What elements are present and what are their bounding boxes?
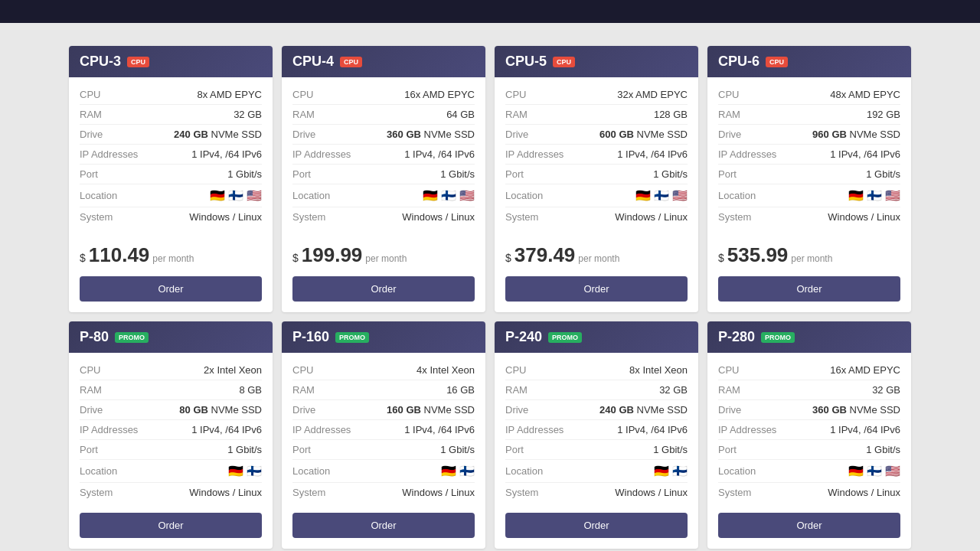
price-display: $ 379.49 per month bbox=[505, 243, 688, 267]
card-specs: CPU 48x AMD EPYC RAM 192 GB Drive 960 GB… bbox=[707, 77, 911, 234]
spec-location: Location 🇩🇪🇫🇮 bbox=[80, 460, 262, 483]
ram-label: RAM bbox=[80, 109, 149, 120]
ram-value: 32 GB bbox=[234, 109, 262, 120]
spec-system: System Windows / Linux bbox=[505, 207, 688, 227]
drive-label: Drive bbox=[80, 129, 149, 140]
spec-ram: RAM 32 GB bbox=[80, 105, 262, 125]
flag-icon: 🇺🇸 bbox=[672, 188, 688, 203]
price-dollar-sign: $ bbox=[718, 252, 724, 264]
location-flags: 🇩🇪🇫🇮 bbox=[228, 464, 262, 478]
spec-system: System Windows / Linux bbox=[80, 207, 262, 227]
cpu-label: CPU bbox=[80, 364, 149, 376]
card-badge: CPU bbox=[340, 57, 362, 67]
spec-system: System Windows / Linux bbox=[505, 483, 688, 502]
ip-value: 1 IPv4, /64 IPv6 bbox=[617, 148, 688, 160]
flag-icon: 🇺🇸 bbox=[885, 464, 900, 478]
order-button[interactable]: Order bbox=[80, 276, 262, 302]
order-button[interactable]: Order bbox=[292, 276, 475, 302]
cpu-value: 8x AMD EPYC bbox=[197, 89, 262, 100]
pricing-card-p160: P-160 PROMO CPU 4x Intel Xeon RAM 16 GB … bbox=[282, 321, 485, 549]
flag-icon: 🇫🇮 bbox=[441, 188, 456, 203]
ip-label: IP Addresses bbox=[718, 148, 787, 160]
port-value: 1 Gbit/s bbox=[227, 444, 262, 455]
order-button[interactable]: Order bbox=[505, 513, 688, 538]
system-value: Windows / Linux bbox=[615, 211, 688, 223]
drive-label: Drive bbox=[718, 129, 787, 140]
price-amount: 199.99 bbox=[302, 243, 363, 267]
ram-label: RAM bbox=[80, 384, 149, 396]
card-header: CPU-4 CPU bbox=[282, 46, 485, 77]
pricing-card-cpu5: CPU-5 CPU CPU 32x AMD EPYC RAM 128 GB Dr… bbox=[495, 46, 698, 312]
spec-drive: Drive 240 GB NVMe SSD bbox=[80, 125, 262, 145]
port-value: 1 Gbit/s bbox=[653, 168, 688, 180]
ip-label: IP Addresses bbox=[505, 148, 574, 160]
port-label: Port bbox=[80, 444, 149, 455]
system-value: Windows / Linux bbox=[828, 211, 900, 223]
flag-icon: 🇺🇸 bbox=[459, 188, 475, 203]
order-button[interactable]: Order bbox=[718, 276, 900, 302]
card-title: CPU-3 bbox=[80, 54, 121, 70]
flag-icon: 🇫🇮 bbox=[672, 464, 688, 478]
port-value: 1 Gbit/s bbox=[653, 444, 688, 455]
location-flags: 🇩🇪🇫🇮🇺🇸 bbox=[210, 188, 262, 203]
ram-value: 192 GB bbox=[867, 109, 900, 120]
spec-ip: IP Addresses 1 IPv4, /64 IPv6 bbox=[292, 145, 475, 165]
order-button[interactable]: Order bbox=[505, 276, 688, 302]
drive-label: Drive bbox=[718, 404, 787, 416]
price-display: $ 199.99 per month bbox=[292, 243, 475, 267]
ip-value: 1 IPv4, /64 IPv6 bbox=[617, 424, 688, 435]
spec-cpu: CPU 16x AMD EPYC bbox=[718, 360, 900, 380]
order-button[interactable]: Order bbox=[80, 513, 262, 538]
port-label: Port bbox=[292, 444, 361, 455]
spec-port: Port 1 Gbit/s bbox=[718, 440, 900, 460]
drive-label: Drive bbox=[292, 129, 361, 140]
spec-ip: IP Addresses 1 IPv4, /64 IPv6 bbox=[80, 145, 262, 165]
cpu-label: CPU bbox=[292, 89, 361, 100]
cpu-label: CPU bbox=[718, 89, 787, 100]
ram-value: 128 GB bbox=[654, 109, 688, 120]
price-section: $ 535.99 per month bbox=[707, 234, 911, 273]
flag-icon: 🇩🇪 bbox=[210, 188, 225, 203]
ip-label: IP Addresses bbox=[505, 424, 574, 435]
spec-ram: RAM 32 GB bbox=[718, 380, 900, 400]
flag-icon: 🇩🇪 bbox=[848, 188, 864, 203]
port-label: Port bbox=[292, 168, 361, 180]
spec-drive: Drive 360 GB NVMe SSD bbox=[718, 400, 900, 420]
spec-ip: IP Addresses 1 IPv4, /64 IPv6 bbox=[505, 145, 688, 165]
ip-value: 1 IPv4, /64 IPv6 bbox=[404, 424, 475, 435]
flag-icon: 🇩🇪 bbox=[441, 464, 456, 478]
spec-system: System Windows / Linux bbox=[292, 483, 475, 502]
pricing-card-cpu4: CPU-4 CPU CPU 16x AMD EPYC RAM 64 GB Dri… bbox=[282, 46, 485, 312]
system-value: Windows / Linux bbox=[189, 211, 262, 223]
ram-value: 16 GB bbox=[446, 384, 475, 396]
card-header: P-160 PROMO bbox=[282, 321, 485, 353]
drive-label: Drive bbox=[292, 404, 361, 416]
flag-icon: 🇺🇸 bbox=[885, 188, 900, 203]
system-label: System bbox=[505, 487, 574, 498]
cpu-value: 16x AMD EPYC bbox=[404, 89, 475, 100]
flag-icon: 🇫🇮 bbox=[228, 188, 243, 203]
card-badge: CPU bbox=[127, 57, 149, 67]
port-value: 1 Gbit/s bbox=[866, 168, 900, 180]
spec-port: Port 1 Gbit/s bbox=[80, 440, 262, 460]
ram-label: RAM bbox=[292, 109, 361, 120]
flag-icon: 🇺🇸 bbox=[247, 188, 262, 203]
card-badge: CPU bbox=[766, 57, 788, 67]
spec-ram: RAM 192 GB bbox=[718, 105, 900, 125]
drive-value: 240 GB NVMe SSD bbox=[174, 129, 262, 140]
card-specs: CPU 4x Intel Xeon RAM 16 GB Drive 160 GB… bbox=[282, 353, 485, 510]
spec-ip: IP Addresses 1 IPv4, /64 IPv6 bbox=[718, 420, 900, 440]
ram-label: RAM bbox=[505, 384, 574, 396]
order-button[interactable]: Order bbox=[718, 513, 900, 538]
system-value: Windows / Linux bbox=[189, 487, 262, 498]
card-header: CPU-6 CPU bbox=[707, 46, 911, 77]
location-flags: 🇩🇪🇫🇮🇺🇸 bbox=[635, 188, 688, 203]
spec-location: Location 🇩🇪🇫🇮🇺🇸 bbox=[718, 460, 900, 483]
price-display: $ 535.99 per month bbox=[718, 243, 900, 267]
system-label: System bbox=[505, 211, 574, 223]
card-header: CPU-5 CPU bbox=[495, 46, 698, 77]
price-section: $ 110.49 per month bbox=[69, 234, 273, 273]
spec-port: Port 1 Gbit/s bbox=[505, 165, 688, 184]
drive-value: 360 GB NVMe SSD bbox=[812, 404, 900, 416]
order-button[interactable]: Order bbox=[292, 513, 475, 538]
